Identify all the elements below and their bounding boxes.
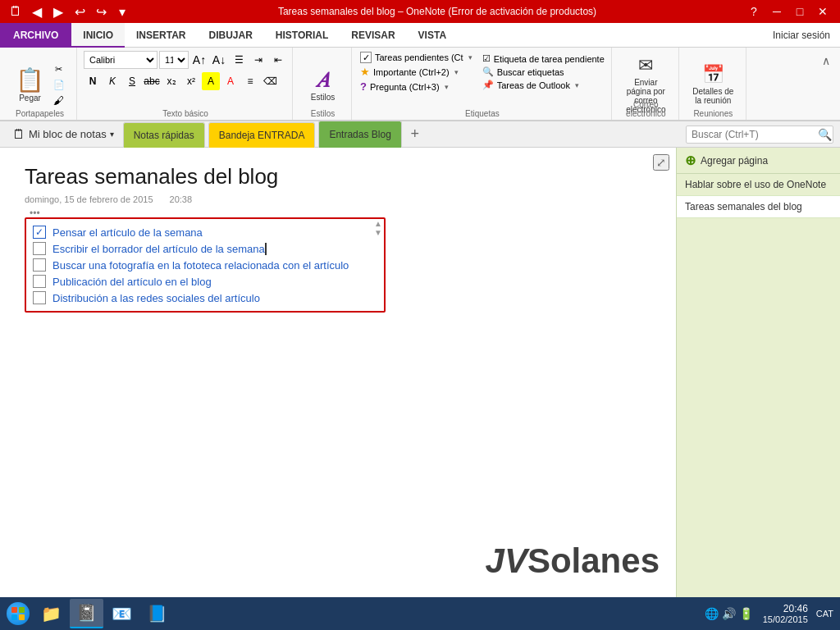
tab-insertar[interactable]: INSERTAR (125, 23, 197, 48)
task-text-1[interactable]: Pensar el artículo de la semana (52, 226, 203, 239)
task-check-4[interactable] (33, 275, 46, 288)
tab-revisar[interactable]: REVISAR (340, 23, 406, 48)
etiq-tareas-label: Tareas pendientes (Ct (375, 52, 463, 62)
font-size-select[interactable]: 11 (159, 51, 189, 69)
etiq-pregunta-label: Pregunta (Ctrl+3) (370, 82, 440, 92)
ribbon-body: 📋 Pegar ✂ 📄 🖌 Portapapeles Calibri 11 A↑ (0, 48, 840, 121)
etiqueta-tarea-btn[interactable]: ☑ Etiqueta de tarea pendiente (481, 52, 606, 65)
strikethrough-button[interactable]: abc (143, 72, 161, 90)
quick-access: 🗒 ◀ ▶ ↩ ↪ ▾ (7, 2, 131, 21)
search-icon[interactable]: 🔍 (818, 128, 832, 141)
paste-label: Pegar (19, 94, 41, 103)
etiq-importante[interactable]: ★ Importante (Ctrl+2) ▾ (358, 65, 474, 79)
battery-icon[interactable]: 🔋 (739, 607, 753, 620)
file-explorer-icon: 📁 (41, 604, 62, 623)
list-button[interactable]: ☰ (230, 51, 248, 69)
task-text-5[interactable]: Distribución a las redes sociales del ar… (52, 292, 260, 304)
taskbar-clock[interactable]: 20:46 15/02/2015 (760, 603, 811, 624)
outlook-icon: 📧 (112, 604, 132, 623)
windows-logo (7, 602, 30, 625)
page-list-item-2[interactable]: Tareas semanales del blog (677, 196, 840, 218)
close-btn[interactable]: ✕ (812, 3, 833, 20)
section-notas-rapidas[interactable]: Notas rápidas (123, 122, 205, 148)
win-quadrant-tr (19, 607, 25, 613)
outlook-dropdown[interactable]: ▾ (575, 81, 579, 89)
cut-button[interactable]: ✂ (50, 62, 68, 76)
ribbon-collapse-btn[interactable]: ∧ (822, 54, 830, 67)
section-bandeja[interactable]: Bandeja ENTRADA (208, 122, 316, 148)
tab-archivo[interactable]: ARCHIVO (0, 23, 71, 48)
task-check-3[interactable] (33, 258, 46, 272)
start-button[interactable] (3, 599, 33, 628)
taskbar-onenote2[interactable]: 📘 (140, 599, 174, 628)
section-entradas[interactable]: Entradas Blog (318, 121, 401, 148)
page-date: domingo, 15 de febrero de 2015 (25, 194, 153, 204)
sign-in-link[interactable]: Iniciar sesión (773, 30, 840, 41)
network-icon[interactable]: 🌐 (705, 607, 719, 620)
indent-button[interactable]: ⇥ (249, 51, 267, 69)
taskbar-lang[interactable]: CAT (813, 609, 837, 619)
win-quadrant-tl (11, 607, 17, 613)
tab-dibujar[interactable]: DIBUJAR (197, 23, 263, 48)
task-check-1[interactable]: ✓ (33, 226, 46, 239)
task-text-4[interactable]: Publicación del artículo en el blog (52, 276, 212, 288)
tab-vista[interactable]: VISTA (407, 23, 458, 48)
etiq-dropdown-3[interactable]: ▾ (445, 83, 449, 91)
customize-btn[interactable]: ▾ (113, 2, 131, 21)
font-color-button[interactable]: A (221, 72, 240, 90)
mail-icon: ✉ (638, 55, 653, 76)
italic-button[interactable]: K (103, 72, 121, 90)
redo-btn[interactable]: ↪ (92, 2, 110, 21)
increase-font-button[interactable]: A↑ (190, 51, 208, 69)
volume-icon[interactable]: 🔊 (722, 607, 736, 620)
expand-btn[interactable]: ⤢ (653, 154, 669, 171)
task-text-3[interactable]: Buscar una fotografía en la fototeca rel… (52, 259, 349, 272)
reuniones-button[interactable]: 📅 Detalles de la reunión (690, 58, 736, 112)
taskbar-onenote[interactable]: 📓 (70, 599, 103, 628)
paste-button[interactable]: 📋 Pegar (12, 60, 48, 109)
tab-inicio[interactable]: INICIO (71, 23, 125, 48)
format-painter-button[interactable]: 🖌 (50, 93, 68, 107)
font-family-select[interactable]: Calibri (84, 51, 158, 69)
etiq-pregunta[interactable]: ? Pregunta (Ctrl+3) ▾ (358, 80, 474, 94)
subscript-button[interactable]: x₂ (162, 72, 180, 90)
forward-btn[interactable]: ▶ (49, 2, 67, 21)
task-text-2[interactable]: Escribir el borrador del artículo de la … (52, 243, 267, 255)
estilos-button[interactable]: 𝐴 Estilos (301, 60, 345, 109)
add-section-btn[interactable]: + (405, 125, 425, 144)
tareas-outlook-btn[interactable]: 📌 Tareas de Outlook ▾ (481, 79, 606, 91)
superscript-button[interactable]: x² (182, 72, 200, 90)
etiq-dropdown-1[interactable]: ▾ (468, 53, 472, 62)
task-check-2[interactable] (33, 242, 46, 255)
bold-button[interactable]: N (84, 72, 102, 90)
page-list-item-1[interactable]: Hablar sobre el uso de OneNote (677, 174, 840, 196)
tab-historial[interactable]: HISTORIAL (264, 23, 340, 48)
outdent-button[interactable]: ⇤ (269, 51, 287, 69)
search-input[interactable] (692, 129, 815, 140)
align-button[interactable]: ≡ (241, 72, 259, 90)
etiq-tareas-pendientes[interactable]: ✓ Tareas pendientes (Ct ▾ (358, 51, 474, 64)
add-page-btn[interactable]: ⊕ Agregar página (677, 148, 840, 174)
clock-time: 20:46 (763, 603, 808, 614)
etiq-dropdown-2[interactable]: ▾ (454, 68, 459, 76)
app-icon[interactable]: 🗒 (7, 2, 25, 21)
etiquetas-content: ✓ Tareas pendientes (Ct ▾ ★ Importante (… (358, 51, 606, 118)
taskbar-file-explorer[interactable]: 📁 (34, 599, 68, 628)
win-quadrant-bl (11, 614, 17, 620)
clear-format-button[interactable]: ⌫ (261, 72, 279, 90)
window-controls: ? ─ □ ✕ (743, 3, 833, 20)
decrease-font-button[interactable]: A↓ (210, 51, 228, 69)
highlight-button[interactable]: A (202, 72, 220, 90)
underline-button[interactable]: S (123, 72, 141, 90)
minimize-btn[interactable]: ─ (766, 3, 788, 20)
estilos-icon: 𝐴 (317, 67, 330, 93)
buscar-etiquetas-btn[interactable]: 🔍 Buscar etiquetas (481, 66, 606, 78)
undo-btn[interactable]: ↩ (71, 2, 89, 21)
notebook-name[interactable]: 🗒 Mi bloc de notas ▾ (7, 125, 120, 144)
taskbar-outlook[interactable]: 📧 (105, 599, 139, 628)
maximize-btn[interactable]: □ (789, 3, 810, 20)
help-btn[interactable]: ? (743, 3, 765, 20)
copy-button[interactable]: 📄 (50, 77, 68, 92)
task-check-5[interactable] (33, 291, 46, 304)
back-btn[interactable]: ◀ (28, 2, 46, 21)
